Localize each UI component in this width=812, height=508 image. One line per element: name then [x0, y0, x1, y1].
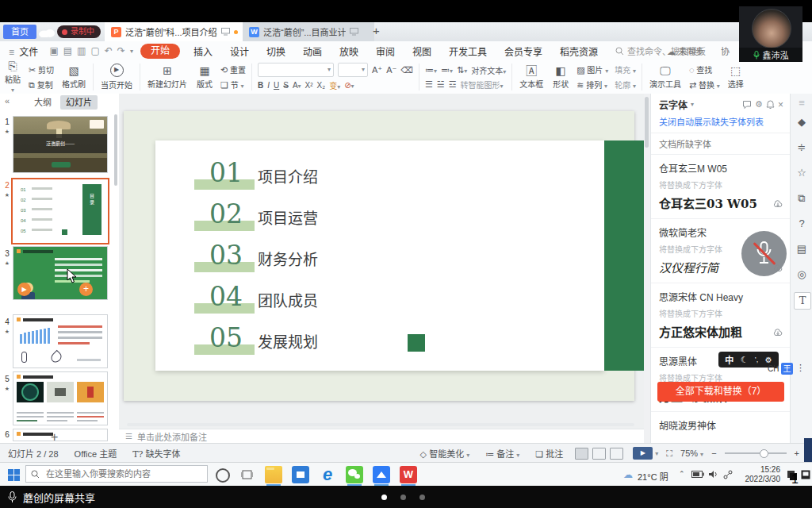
ime-punctuation-icon[interactable]: ’,: [755, 356, 759, 364]
copy-pages-icon[interactable]: ⧉: [791, 192, 812, 205]
notes-toggle-button[interactable]: ≔ 备注 ▾: [477, 447, 527, 460]
clock[interactable]: 15:26 2022/3/30: [739, 465, 780, 484]
menu-review[interactable]: 审阅: [367, 44, 404, 58]
sorter-view-button[interactable]: [592, 448, 606, 460]
copy-button[interactable]: ⧉ 复制: [29, 79, 54, 90]
comments-button[interactable]: ❏ 批注: [527, 447, 571, 460]
bold-button[interactable]: B: [258, 81, 263, 90]
properties-sliders-icon[interactable]: ≑: [791, 141, 812, 153]
menu-animation[interactable]: 动画: [294, 44, 331, 58]
toc-row-3[interactable]: 03 财务分析: [155, 241, 488, 276]
cloud-fonts-tool-active[interactable]: T: [794, 292, 811, 310]
bullets-icon[interactable]: ≔▾: [425, 65, 437, 75]
preview-icon[interactable]: ▢: [88, 45, 102, 56]
export-icon[interactable]: ▤: [61, 45, 75, 56]
play-slide-button[interactable]: ▶: [17, 283, 31, 296]
corner-tab[interactable]: [804, 438, 812, 462]
menu-insert[interactable]: 插入: [185, 44, 221, 58]
app-icon-edge[interactable]: e: [319, 466, 336, 483]
menu-devtools[interactable]: 开发工具: [440, 44, 496, 58]
tab-outline[interactable]: 大纲: [29, 95, 57, 110]
undo-icon[interactable]: ↶: [102, 45, 115, 56]
recording-badge[interactable]: 录制中: [57, 25, 101, 38]
insert-slide-button[interactable]: +: [79, 283, 93, 296]
close-panel-icon[interactable]: ×: [778, 99, 783, 110]
ime-settings-icon[interactable]: ⚙: [765, 356, 772, 364]
carousel-dot[interactable]: [400, 495, 406, 500]
toc-row-4[interactable]: 04 团队成员: [155, 283, 488, 318]
network-icon[interactable]: [723, 470, 733, 479]
superscript-button[interactable]: X²: [305, 81, 313, 90]
ime-mode-chinese[interactable]: 中: [725, 353, 733, 366]
smart-graphic-button[interactable]: 转智能图形▾: [461, 79, 504, 90]
menu-member[interactable]: 会员专享: [496, 44, 551, 58]
notes-bar[interactable]: ☰ 单击此处添加备注: [119, 429, 644, 443]
panel-scrollbar[interactable]: [114, 114, 117, 186]
underline-button[interactable]: U: [274, 81, 279, 90]
toc-card[interactable]: 01 项目介绍 02 项目运营 03 财务分析: [155, 140, 604, 371]
webcam-tile[interactable]: 鑫沛泓: [739, 6, 802, 62]
taskbar-search-box[interactable]: [25, 465, 208, 483]
smart-beautify-button[interactable]: ◇ 智能美化 ▾: [412, 447, 478, 460]
canvas-scroll-thumb[interactable]: [645, 97, 649, 148]
layout-button[interactable]: ▦版式: [192, 60, 217, 94]
caret-down-icon[interactable]: ▾: [691, 101, 694, 108]
file-menu[interactable]: ≡ 文件: [0, 44, 47, 58]
outline-button[interactable]: 轮廓 ▾: [615, 79, 636, 90]
carousel-dot-active[interactable]: [381, 495, 387, 500]
section-button[interactable]: ❏ 节 ▾: [220, 79, 246, 90]
normal-view-button[interactable]: [575, 448, 588, 460]
find-button[interactable]: ◌ 查找: [689, 64, 720, 75]
italic-button[interactable]: I: [267, 81, 270, 90]
slideshow-play-button[interactable]: ▶: [633, 447, 653, 460]
reset-button[interactable]: ⟲ 重置: [220, 64, 246, 75]
slide-page[interactable]: 01 项目介绍 02 项目运营 03 财务分析: [124, 111, 634, 401]
slide-thumbnail-4[interactable]: [13, 314, 108, 368]
subscript-button[interactable]: X₂: [317, 81, 326, 90]
arrange-button[interactable]: ≋ 排列 ▾: [576, 79, 608, 90]
text-box-button[interactable]: 🄰文本框▾: [515, 60, 548, 94]
tab-slides[interactable]: 幻灯片: [60, 95, 98, 110]
docer-rocket-icon[interactable]: ◆: [791, 116, 812, 128]
decrease-font-icon[interactable]: A⁻: [386, 65, 396, 75]
numbering-icon[interactable]: ≕▾: [441, 65, 453, 75]
home-tab[interactable]: 首页: [3, 25, 36, 39]
speaker-icon[interactable]: [709, 470, 718, 479]
font-size-select[interactable]: ▾: [338, 63, 368, 77]
slide-thumbnail-1[interactable]: 泛浩蘑创——: [13, 116, 108, 173]
more-caret-icon[interactable]: ▾: [128, 48, 136, 55]
text-shadow-button[interactable]: A▾: [293, 81, 301, 90]
canvas-scroll-track[interactable]: [644, 94, 650, 443]
play-from-current-button[interactable]: ▶当页开始▾: [96, 60, 137, 94]
fill-button[interactable]: 填充 ▾: [615, 64, 636, 75]
ime-more-icon[interactable]: ⋮: [796, 363, 805, 373]
action-center-icon[interactable]: [801, 470, 810, 479]
horizontal-scrollbar[interactable]: [127, 423, 634, 426]
reading-view-button[interactable]: [610, 448, 623, 460]
zoom-slider-knob[interactable]: [760, 449, 768, 458]
theme-name[interactable]: Office 主题: [67, 447, 125, 460]
app-icon-explorer[interactable]: [265, 466, 282, 483]
feedback-icon[interactable]: [742, 100, 752, 110]
mute-microphone-button[interactable]: [741, 231, 787, 276]
save-icon[interactable]: ▣: [47, 45, 60, 56]
collaborate-button[interactable]: 协: [721, 44, 730, 57]
add-slide-button[interactable]: +: [51, 430, 58, 443]
weather-text[interactable]: 21°C 阴: [638, 470, 668, 483]
zoom-slider[interactable]: [725, 452, 787, 454]
paste-button[interactable]: ⎘粘贴▾: [0, 60, 25, 94]
menu-docer[interactable]: 稻壳资源: [551, 44, 607, 58]
highlight-color-button[interactable]: 变▾: [329, 79, 340, 91]
app-icon-wps[interactable]: W: [400, 466, 417, 483]
align-center-icon[interactable]: ☱: [437, 79, 445, 90]
line-spacing-icon[interactable]: ⇅▾: [457, 65, 467, 75]
image-tools-icon[interactable]: ▤: [791, 243, 812, 255]
toc-row-5[interactable]: 05 发展规划: [155, 324, 488, 359]
bell-icon[interactable]: [766, 100, 775, 110]
effects-star-icon[interactable]: ☆: [791, 167, 812, 179]
zoom-out-button[interactable]: −: [703, 448, 724, 458]
tray-expand-icon[interactable]: ⌃: [679, 470, 685, 478]
picture-button[interactable]: ▨ 图片 ▾: [576, 64, 608, 75]
missing-fonts-status[interactable]: T? 缺失字体: [124, 447, 188, 460]
document-tab-word[interactable]: W 泛浩“蘑创”...目商业计划书: [243, 22, 374, 41]
